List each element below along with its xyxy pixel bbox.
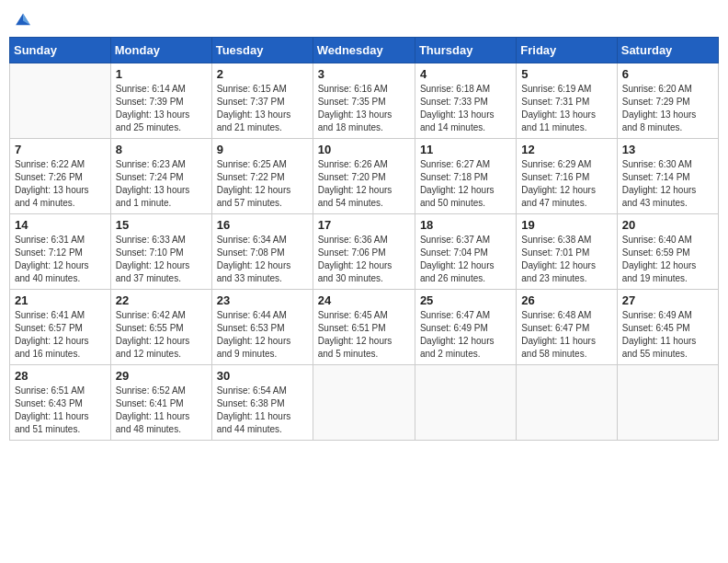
calendar-cell: 17Sunrise: 6:36 AMSunset: 7:06 PMDayligh… [313, 214, 415, 290]
calendar-day-header: Monday [110, 38, 211, 63]
day-number: 2 [217, 67, 308, 81]
day-info: Sunrise: 6:20 AMSunset: 7:29 PMDaylight:… [622, 83, 713, 134]
calendar-day-header: Tuesday [211, 38, 313, 63]
logo-icon [13, 9, 33, 29]
day-info: Sunrise: 6:36 AMSunset: 7:06 PMDaylight:… [318, 234, 410, 285]
calendar-cell: 9Sunrise: 6:25 AMSunset: 7:22 PMDaylight… [211, 139, 313, 214]
day-number: 4 [420, 67, 511, 81]
calendar-cell: 14Sunrise: 6:31 AMSunset: 7:12 PMDayligh… [10, 214, 111, 290]
day-number: 18 [420, 218, 511, 232]
day-info: Sunrise: 6:18 AMSunset: 7:33 PMDaylight:… [420, 83, 511, 134]
day-info: Sunrise: 6:37 AMSunset: 7:04 PMDaylight:… [420, 234, 511, 285]
day-info: Sunrise: 6:15 AMSunset: 7:37 PMDaylight:… [217, 83, 308, 134]
day-info: Sunrise: 6:48 AMSunset: 6:47 PMDaylight:… [521, 309, 611, 361]
day-number: 10 [318, 143, 410, 156]
day-info: Sunrise: 6:45 AMSunset: 6:51 PMDaylight:… [318, 309, 410, 361]
calendar-day-header: Wednesday [313, 38, 415, 63]
calendar-cell: 25Sunrise: 6:47 AMSunset: 6:49 PMDayligh… [415, 290, 516, 365]
day-number: 20 [622, 218, 713, 232]
day-info: Sunrise: 6:49 AMSunset: 6:45 PMDaylight:… [622, 309, 713, 361]
calendar-week-row: 21Sunrise: 6:41 AMSunset: 6:57 PMDayligh… [10, 290, 719, 365]
calendar-cell: 1Sunrise: 6:14 AMSunset: 7:39 PMDaylight… [110, 63, 211, 139]
day-number: 17 [318, 218, 410, 232]
day-info: Sunrise: 6:54 AMSunset: 6:38 PMDaylight:… [217, 385, 308, 436]
calendar-cell: 5Sunrise: 6:19 AMSunset: 7:31 PMDaylight… [517, 63, 617, 139]
calendar-cell: 12Sunrise: 6:29 AMSunset: 7:16 PMDayligh… [517, 139, 617, 214]
day-number: 24 [318, 293, 410, 307]
day-info: Sunrise: 6:31 AMSunset: 7:12 PMDaylight:… [15, 234, 106, 285]
calendar-table: SundayMondayTuesdayWednesdayThursdayFrid… [9, 37, 719, 441]
day-info: Sunrise: 6:52 AMSunset: 6:41 PMDaylight:… [116, 385, 207, 436]
calendar-week-row: 14Sunrise: 6:31 AMSunset: 7:12 PMDayligh… [10, 214, 719, 290]
calendar-cell: 6Sunrise: 6:20 AMSunset: 7:29 PMDaylight… [617, 63, 718, 139]
day-number: 12 [521, 143, 611, 156]
calendar-cell: 2Sunrise: 6:15 AMSunset: 7:37 PMDaylight… [211, 63, 313, 139]
day-number: 5 [521, 67, 611, 81]
calendar-cell [415, 365, 516, 441]
day-info: Sunrise: 6:47 AMSunset: 6:49 PMDaylight:… [420, 309, 511, 361]
calendar-day-header: Saturday [617, 38, 718, 63]
calendar-week-row: 28Sunrise: 6:51 AMSunset: 6:43 PMDayligh… [10, 365, 719, 441]
page-header [9, 9, 719, 29]
day-number: 21 [15, 293, 106, 307]
calendar-header-row: SundayMondayTuesdayWednesdayThursdayFrid… [10, 38, 719, 63]
calendar-cell: 4Sunrise: 6:18 AMSunset: 7:33 PMDaylight… [415, 63, 516, 139]
day-number: 23 [217, 293, 308, 307]
day-info: Sunrise: 6:26 AMSunset: 7:20 PMDaylight:… [318, 158, 410, 210]
day-info: Sunrise: 6:42 AMSunset: 6:55 PMDaylight:… [116, 309, 207, 361]
calendar-cell: 24Sunrise: 6:45 AMSunset: 6:51 PMDayligh… [313, 290, 415, 365]
calendar-cell: 7Sunrise: 6:22 AMSunset: 7:26 PMDaylight… [10, 139, 111, 214]
day-info: Sunrise: 6:25 AMSunset: 7:22 PMDaylight:… [217, 158, 308, 210]
calendar-cell: 8Sunrise: 6:23 AMSunset: 7:24 PMDaylight… [110, 139, 211, 214]
calendar-cell: 21Sunrise: 6:41 AMSunset: 6:57 PMDayligh… [10, 290, 111, 365]
day-info: Sunrise: 6:44 AMSunset: 6:53 PMDaylight:… [217, 309, 308, 361]
calendar-day-header: Sunday [10, 38, 111, 63]
day-number: 22 [116, 293, 207, 307]
calendar-cell: 30Sunrise: 6:54 AMSunset: 6:38 PMDayligh… [211, 365, 313, 441]
day-number: 26 [521, 293, 611, 307]
calendar-cell: 10Sunrise: 6:26 AMSunset: 7:20 PMDayligh… [313, 139, 415, 214]
logo [13, 9, 37, 29]
calendar-cell: 28Sunrise: 6:51 AMSunset: 6:43 PMDayligh… [10, 365, 111, 441]
calendar-cell: 27Sunrise: 6:49 AMSunset: 6:45 PMDayligh… [617, 290, 718, 365]
calendar-cell: 29Sunrise: 6:52 AMSunset: 6:41 PMDayligh… [110, 365, 211, 441]
day-number: 9 [217, 143, 308, 156]
day-number: 13 [622, 143, 713, 156]
calendar-cell: 3Sunrise: 6:16 AMSunset: 7:35 PMDaylight… [313, 63, 415, 139]
day-number: 19 [521, 218, 611, 232]
day-number: 25 [420, 293, 511, 307]
day-number: 11 [420, 143, 511, 156]
day-info: Sunrise: 6:16 AMSunset: 7:35 PMDaylight:… [318, 83, 410, 134]
day-info: Sunrise: 6:22 AMSunset: 7:26 PMDaylight:… [15, 158, 106, 210]
day-info: Sunrise: 6:51 AMSunset: 6:43 PMDaylight:… [15, 385, 106, 436]
calendar-cell: 18Sunrise: 6:37 AMSunset: 7:04 PMDayligh… [415, 214, 516, 290]
day-info: Sunrise: 6:33 AMSunset: 7:10 PMDaylight:… [116, 234, 207, 285]
day-number: 29 [116, 369, 207, 383]
day-number: 6 [622, 67, 713, 81]
calendar-week-row: 7Sunrise: 6:22 AMSunset: 7:26 PMDaylight… [10, 139, 719, 214]
calendar-cell: 22Sunrise: 6:42 AMSunset: 6:55 PMDayligh… [110, 290, 211, 365]
day-number: 3 [318, 67, 410, 81]
day-number: 1 [116, 67, 207, 81]
calendar-cell: 15Sunrise: 6:33 AMSunset: 7:10 PMDayligh… [110, 214, 211, 290]
calendar-cell [10, 63, 111, 139]
day-info: Sunrise: 6:40 AMSunset: 6:59 PMDaylight:… [622, 234, 713, 285]
day-info: Sunrise: 6:34 AMSunset: 7:08 PMDaylight:… [217, 234, 308, 285]
day-number: 15 [116, 218, 207, 232]
calendar-cell [313, 365, 415, 441]
calendar-day-header: Thursday [415, 38, 516, 63]
calendar-cell: 19Sunrise: 6:38 AMSunset: 7:01 PMDayligh… [517, 214, 617, 290]
day-info: Sunrise: 6:29 AMSunset: 7:16 PMDaylight:… [521, 158, 611, 210]
day-info: Sunrise: 6:41 AMSunset: 6:57 PMDaylight:… [15, 309, 106, 361]
day-info: Sunrise: 6:19 AMSunset: 7:31 PMDaylight:… [521, 83, 611, 134]
calendar-cell [617, 365, 718, 441]
day-info: Sunrise: 6:38 AMSunset: 7:01 PMDaylight:… [521, 234, 611, 285]
day-number: 28 [15, 369, 106, 383]
day-info: Sunrise: 6:30 AMSunset: 7:14 PMDaylight:… [622, 158, 713, 210]
day-number: 16 [217, 218, 308, 232]
calendar-cell: 23Sunrise: 6:44 AMSunset: 6:53 PMDayligh… [211, 290, 313, 365]
day-info: Sunrise: 6:14 AMSunset: 7:39 PMDaylight:… [116, 83, 207, 134]
calendar-cell: 13Sunrise: 6:30 AMSunset: 7:14 PMDayligh… [617, 139, 718, 214]
calendar-day-header: Friday [517, 38, 617, 63]
calendar-cell: 16Sunrise: 6:34 AMSunset: 7:08 PMDayligh… [211, 214, 313, 290]
